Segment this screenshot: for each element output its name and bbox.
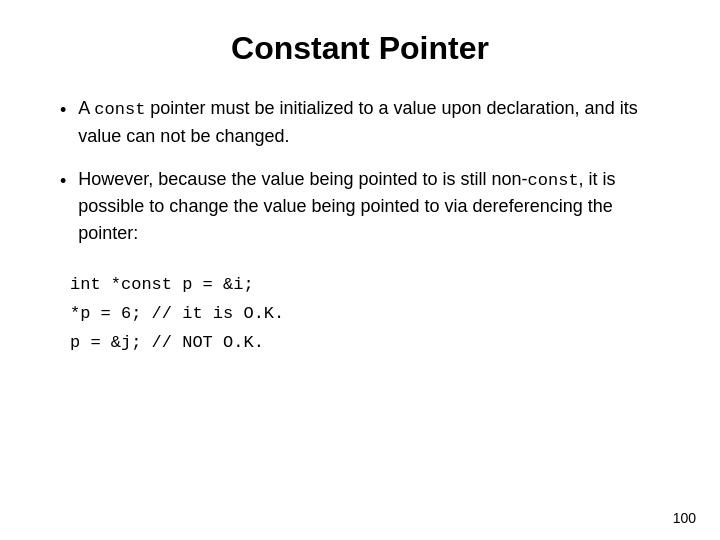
code-line-1: int *const p = &i;: [70, 271, 670, 300]
code-line-3: p = &j; // NOT O.K.: [70, 329, 670, 358]
code-block: int *const p = &i; *p = 6; // it is O.K.…: [70, 271, 670, 358]
code-const-1: const: [94, 100, 145, 119]
bullet-item-1: • A const pointer must be initialized to…: [60, 95, 670, 150]
slide-title: Constant Pointer: [50, 30, 670, 67]
bullet-item-2: • However, because the value being point…: [60, 166, 670, 248]
bullet-dot-1: •: [60, 97, 66, 124]
slide-container: Constant Pointer • A const pointer must …: [0, 0, 720, 540]
bullet-text-1: A const pointer must be initialized to a…: [78, 95, 670, 150]
code-const-2: const: [528, 171, 579, 190]
bullet-dot-2: •: [60, 168, 66, 195]
bullet-list: • A const pointer must be initialized to…: [60, 95, 670, 247]
code-line-2: *p = 6; // it is O.K.: [70, 300, 670, 329]
bullet-text-2: However, because the value being pointed…: [78, 166, 670, 248]
page-number: 100: [673, 510, 696, 526]
